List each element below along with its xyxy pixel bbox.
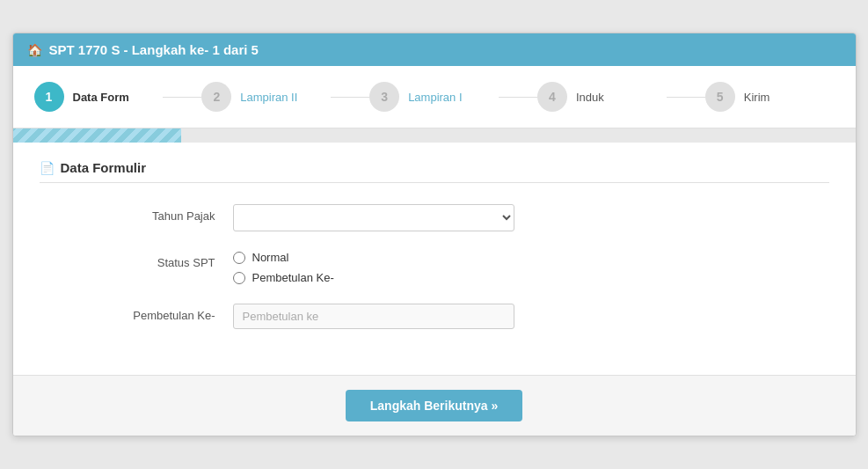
radio-pembetulan-label: Pembetulan Ke- <box>252 271 334 284</box>
body-section: 📄 Data Formulir Tahun Pajak 2023 2022 20… <box>13 143 856 375</box>
radio-pembetulan[interactable] <box>233 272 245 284</box>
window-title: SPT 1770 S - Langkah ke- 1 dari 5 <box>49 42 259 57</box>
status-spt-group: Status SPT Normal Pembetulan Ke- <box>40 251 829 284</box>
status-spt-label: Status SPT <box>57 251 233 269</box>
radio-normal-item[interactable]: Normal <box>233 251 514 264</box>
tahun-pajak-group: Tahun Pajak 2023 2022 2021 2020 <box>40 204 829 231</box>
main-window: 🏠 SPT 1770 S - Langkah ke- 1 dari 5 1 Da… <box>12 33 857 436</box>
step-3[interactable]: 3 Lampiran I <box>369 82 499 112</box>
step-5[interactable]: 5 Kirim <box>705 82 835 112</box>
home-icon: 🏠 <box>27 43 42 57</box>
section-title: 📄 Data Formulir <box>40 160 829 183</box>
pembetulan-input[interactable] <box>233 304 514 329</box>
step-circle-4: 4 <box>537 82 567 112</box>
step-label-3: Lampiran I <box>408 91 462 104</box>
window-header: 🏠 SPT 1770 S - Langkah ke- 1 dari 5 <box>13 33 856 66</box>
step-label-5: Kirim <box>744 91 770 104</box>
pembetulan-group: Pembetulan Ke- <box>40 304 829 329</box>
section-title-text: Data Formulir <box>61 160 147 175</box>
steps-bar: 1 Data Form 2 Lampiran II 3 Lampiran I 4… <box>13 66 856 128</box>
step-label-1: Data Form <box>73 91 129 104</box>
step-4[interactable]: 4 Induk <box>537 82 667 112</box>
footer-section: Langkah Berikutnya » <box>13 375 856 436</box>
step-label-4: Induk <box>576 91 604 104</box>
next-button[interactable]: Langkah Berikutnya » <box>346 390 523 421</box>
step-1[interactable]: 1 Data Form <box>34 82 164 112</box>
tahun-pajak-select[interactable]: 2023 2022 2021 2020 <box>233 204 514 231</box>
pembetulan-control <box>233 304 514 329</box>
step-circle-3: 3 <box>369 82 399 112</box>
step-circle-5: 5 <box>705 82 735 112</box>
progress-bar <box>13 128 182 143</box>
step-label-2: Lampiran II <box>240 91 297 104</box>
document-icon: 📄 <box>40 161 55 175</box>
status-spt-control: Normal Pembetulan Ke- <box>233 251 514 284</box>
tahun-pajak-control: 2023 2022 2021 2020 <box>233 204 514 231</box>
step-circle-2: 2 <box>201 82 231 112</box>
radio-normal-label: Normal <box>252 251 289 264</box>
step-2[interactable]: 2 Lampiran II <box>201 82 331 112</box>
radio-normal[interactable] <box>233 252 245 264</box>
pembetulan-label: Pembetulan Ke- <box>57 304 233 322</box>
step-circle-1: 1 <box>34 82 64 112</box>
progress-container <box>13 128 856 143</box>
radio-pembetulan-item[interactable]: Pembetulan Ke- <box>233 271 514 284</box>
tahun-pajak-label: Tahun Pajak <box>57 204 233 223</box>
